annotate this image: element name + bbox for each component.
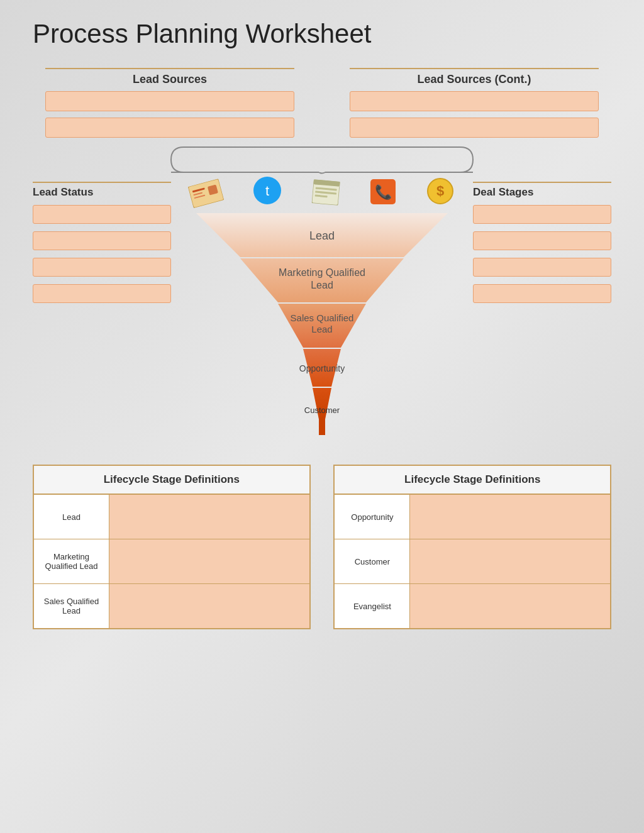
svg-text:Customer: Customer: [304, 405, 340, 415]
bottom-tables: Lifecycle Stage Definitions Lead Marketi…: [33, 465, 611, 629]
phone-icon: 📞: [370, 179, 396, 207]
lifecycle-value-lead[interactable]: [109, 495, 309, 539]
svg-rect-0: [188, 179, 224, 208]
svg-text:Lead: Lead: [311, 324, 332, 334]
lifecycle-row-opportunity: Opportunity: [335, 495, 610, 539]
lead-status-col: Lead Status: [33, 163, 171, 311]
lifecycle-label-sql: Sales Qualified Lead: [34, 584, 109, 628]
svg-text:t: t: [265, 183, 269, 199]
browser-icon: [311, 179, 340, 208]
deal-stages-input-3[interactable]: [473, 258, 611, 277]
lead-status-input-2[interactable]: [33, 231, 171, 250]
lifecycle-value-opportunity[interactable]: [410, 495, 610, 539]
lifecycle-value-mql[interactable]: [109, 539, 309, 583]
lead-sources-col-2: Lead Sources (Cont.): [350, 68, 599, 144]
lifecycle-row-lead: Lead: [34, 495, 309, 539]
lead-sources-col-1: Lead Sources: [45, 68, 294, 144]
lead-sources-section: Lead Sources Lead Sources (Cont.): [33, 68, 611, 144]
lifecycle-table-right-title: Lifecycle Stage Definitions: [335, 466, 610, 495]
lifecycle-row-sql: Sales Qualified Lead: [34, 584, 309, 628]
lead-source-input-2[interactable]: [45, 118, 294, 138]
icons-row: t 📞: [171, 163, 473, 207]
lead-sources-title-2: Lead Sources (Cont.): [350, 68, 599, 86]
lifecycle-table-right: Lifecycle Stage Definitions Opportunity …: [333, 465, 611, 629]
svg-rect-28: [319, 419, 325, 435]
middle-section: Lead Status: [33, 163, 611, 446]
svg-text:Marketing Qualified: Marketing Qualified: [279, 267, 365, 278]
lead-status-input-4[interactable]: [33, 284, 171, 303]
twitter-icon: t: [253, 177, 281, 207]
lead-status-input-3[interactable]: [33, 258, 171, 277]
lead-source-input-4[interactable]: [350, 118, 599, 138]
deal-stages-input-1[interactable]: [473, 205, 611, 224]
lead-source-input-1[interactable]: [45, 91, 294, 111]
lead-status-title: Lead Status: [33, 182, 171, 199]
lifecycle-value-evangelist[interactable]: [410, 584, 610, 628]
deal-stages-input-4[interactable]: [473, 284, 611, 303]
lead-status-input-1[interactable]: [33, 205, 171, 224]
lifecycle-label-mql: Marketing Qualified Lead: [34, 539, 109, 583]
lifecycle-value-sql[interactable]: [109, 584, 309, 628]
dollar-icon: $: [427, 178, 453, 207]
lifecycle-row-evangelist: Evangelist: [335, 584, 610, 628]
lifecycle-label-lead: Lead: [34, 495, 109, 539]
lifecycle-label-opportunity: Opportunity: [335, 495, 410, 539]
svg-text:Sales Qualified: Sales Qualified: [291, 312, 354, 323]
business-card-icon: [188, 179, 225, 211]
lifecycle-value-customer[interactable]: [410, 539, 610, 583]
lifecycle-row-mql: Marketing Qualified Lead: [34, 539, 309, 584]
lifecycle-table-left-title: Lifecycle Stage Definitions: [34, 466, 309, 495]
svg-text:Lead: Lead: [311, 280, 333, 290]
center-col: t 📞: [171, 163, 473, 446]
deal-stages-title: Deal Stages: [473, 182, 611, 199]
page-title: Process Planning Worksheet: [33, 19, 611, 49]
funnel-container: Lead Marketing Qualified Lead Sales Qual…: [171, 207, 473, 446]
lifecycle-row-customer: Customer: [335, 539, 610, 584]
svg-text:Lead: Lead: [309, 229, 335, 242]
lifecycle-label-customer: Customer: [335, 539, 410, 583]
svg-text:Opportunity: Opportunity: [299, 363, 345, 373]
lead-source-input-3[interactable]: [350, 91, 599, 111]
svg-text:📞: 📞: [375, 184, 392, 201]
lifecycle-label-evangelist: Evangelist: [335, 584, 410, 628]
deal-stages-col: Deal Stages: [473, 163, 611, 311]
page-container: Process Planning Worksheet Lead Sources …: [20, 0, 624, 648]
lead-sources-title-1: Lead Sources: [45, 68, 294, 86]
svg-text:$: $: [436, 183, 444, 199]
deal-stages-input-2[interactable]: [473, 231, 611, 250]
lifecycle-table-left: Lifecycle Stage Definitions Lead Marketi…: [33, 465, 311, 629]
